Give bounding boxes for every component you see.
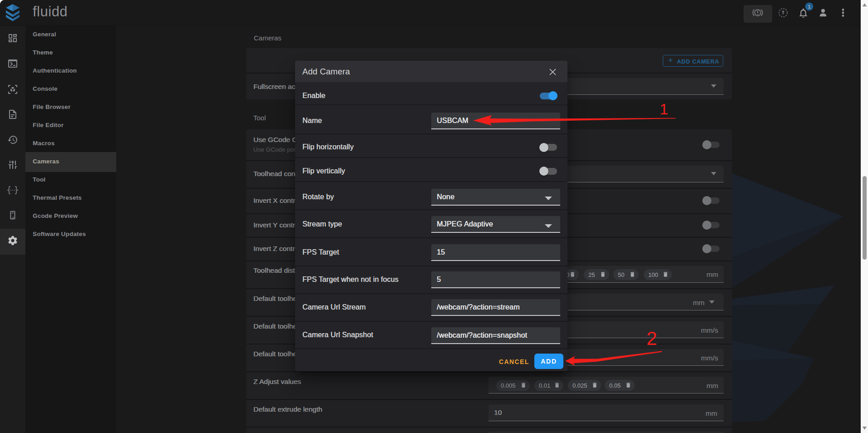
svg-text:2: 2 xyxy=(646,328,657,349)
svg-text:1: 1 xyxy=(660,100,668,118)
